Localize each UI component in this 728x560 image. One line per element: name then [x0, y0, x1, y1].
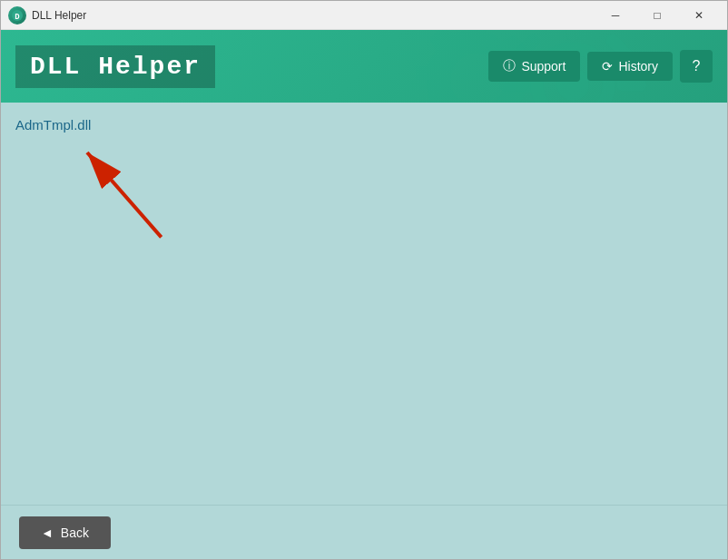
header: DLL Helper ⓘ Support ⟳ History ?	[1, 30, 727, 103]
support-button[interactable]: ⓘ Support	[488, 51, 580, 82]
dll-file-link[interactable]: AdmTmpl.dll	[15, 117, 91, 133]
support-label: Support	[521, 59, 566, 74]
history-button[interactable]: ⟳ History	[587, 52, 673, 81]
support-icon: ⓘ	[503, 58, 516, 74]
main-window: D DLL Helper ─ □ ✕ DLL Helper	[0, 0, 728, 560]
svg-rect-4	[566, 30, 579, 40]
history-icon: ⟳	[602, 59, 613, 74]
maximize-button[interactable]: □	[636, 1, 678, 30]
title-bar-controls: ─ □ ✕	[595, 1, 720, 30]
back-label: Back	[61, 526, 89, 540]
app-title: DLL Helper	[15, 45, 215, 88]
app-icon: D	[8, 6, 26, 25]
close-button[interactable]: ✕	[678, 1, 720, 30]
footer: ◄ Back	[1, 505, 727, 559]
back-icon: ◄	[41, 526, 54, 540]
title-bar-text: DLL Helper	[32, 9, 595, 22]
help-button[interactable]: ?	[680, 50, 713, 83]
svg-line-13	[87, 152, 162, 237]
title-bar: D DLL Helper ─ □ ✕	[1, 1, 727, 30]
minimize-button[interactable]: ─	[595, 1, 636, 30]
arrow-indicator	[55, 121, 182, 248]
content-area: AdmTmpl.dll	[1, 103, 727, 505]
svg-text:D: D	[15, 13, 20, 22]
back-button[interactable]: ◄ Back	[19, 516, 111, 549]
header-buttons: ⓘ Support ⟳ History ?	[488, 50, 713, 83]
history-label: History	[618, 59, 658, 74]
